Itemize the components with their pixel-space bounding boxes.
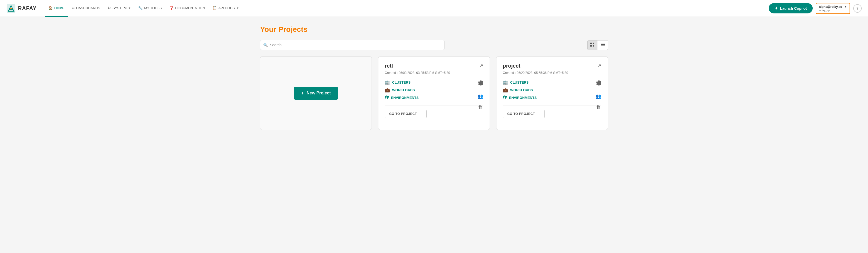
my-tools-icon: 🔧: [138, 6, 143, 10]
rctl-trend-icon[interactable]: ↗: [479, 63, 483, 69]
search-input[interactable]: [260, 40, 444, 50]
project-delete-icon[interactable]: 🗑: [596, 104, 601, 110]
svg-rect-8: [601, 43, 605, 43]
copilot-star-icon: ✦: [774, 6, 778, 11]
project-action-icons: 👥 🗑: [595, 94, 601, 110]
nav-item-system[interactable]: ⚙ SYSTEM ▼: [104, 0, 134, 17]
new-project-button[interactable]: + New Project: [294, 87, 338, 100]
project-environments-icon: 🗺: [503, 95, 507, 100]
rctl-go-to-project-button[interactable]: GO TO PROJECT →: [385, 110, 427, 118]
project-workloads-link[interactable]: 💼 WORKLOADS: [503, 87, 533, 93]
nav-item-documentation-label: DOCUMENTATION: [175, 6, 205, 10]
dashboards-icon: ▪▪: [72, 6, 74, 10]
rctl-action-icons: 👥 🗑: [477, 94, 483, 110]
svg-rect-6: [590, 45, 592, 46]
logo[interactable]: RAFAY: [6, 4, 37, 13]
rctl-clusters-row: 🏢 CLUSTERS: [385, 80, 483, 85]
nav-item-api-docs-label: API DOCS: [218, 6, 235, 10]
project-environments-row: 🗺 ENVIRONMENTS: [503, 95, 601, 100]
project-card-project: project ↗ Created : 06/20/2023, 05:55:36…: [496, 56, 608, 130]
search-bar-row: 🔍: [260, 40, 608, 50]
svg-rect-7: [593, 45, 594, 46]
documentation-icon: ❓: [169, 6, 174, 10]
launch-copilot-button[interactable]: ✦ Launch Copilot: [769, 3, 813, 13]
project-go-to-project-button[interactable]: GO TO PROJECT →: [503, 110, 545, 118]
rafay-logo-icon: [6, 4, 16, 13]
environments-icon: 🗺: [385, 95, 389, 100]
rctl-delete-icon[interactable]: 🗑: [478, 104, 483, 110]
rctl-environments-link[interactable]: 🗺 ENVIRONMENTS: [385, 95, 419, 100]
rctl-members-icon[interactable]: 👥: [477, 94, 483, 99]
logo-text: RAFAY: [18, 5, 37, 11]
grid-view-button[interactable]: [588, 40, 597, 50]
navbar-right: ✦ Launch Copilot alpha@rafay.co ▼ rafay_…: [769, 3, 862, 14]
user-dropdown-arrow: ▼: [844, 5, 847, 8]
list-view-icon: [601, 43, 605, 47]
project-card-header: project ↗: [503, 63, 601, 69]
system-chevron-icon: ▼: [128, 7, 131, 9]
nav-item-documentation[interactable]: ❓ DOCUMENTATION: [166, 0, 208, 17]
project-members-icon[interactable]: 👥: [595, 94, 601, 99]
user-dropdown[interactable]: alpha@rafay.co ▼ rafay_qa: [816, 3, 850, 14]
api-docs-icon: 📋: [212, 6, 217, 10]
project-workloads-icon: 💼: [503, 87, 508, 93]
rctl-created: Created : 06/09/2023, 03:25:53 PM GMT+5:…: [385, 71, 483, 75]
new-project-card: + New Project: [260, 56, 372, 130]
main-content: Your Projects 🔍: [250, 17, 618, 138]
nav-item-dashboards-label: DASHBOARDS: [76, 6, 100, 10]
rctl-workloads-row: 💼 WORKLOADS: [385, 87, 483, 93]
project-project-links: 🏢 CLUSTERS 💼 WORKLOADS 🗺 ENVIRONMENTS: [503, 80, 601, 100]
nav-item-home-label: HOME: [54, 6, 65, 10]
svg-rect-9: [601, 44, 605, 45]
project-settings-icon[interactable]: [596, 80, 601, 86]
rctl-card-header: rctl ↗: [385, 63, 483, 69]
projects-grid: + New Project rctl ↗ Created : 06/09/202…: [260, 56, 608, 130]
launch-copilot-label: Launch Copilot: [780, 6, 807, 10]
svg-rect-5: [593, 43, 594, 44]
project-card-rctl: rctl ↗ Created : 06/09/2023, 03:25:53 PM…: [378, 56, 490, 130]
plus-icon: +: [301, 91, 304, 96]
project-clusters-row: 🏢 CLUSTERS: [503, 80, 601, 85]
user-email: alpha@rafay.co ▼: [819, 5, 847, 9]
rctl-project-name: rctl: [385, 63, 393, 69]
svg-rect-4: [590, 43, 592, 44]
search-input-wrapper: 🔍: [260, 40, 444, 50]
nav-item-system-label: SYSTEM: [113, 6, 126, 10]
project-clusters-icon: 🏢: [503, 80, 508, 85]
user-org: rafay_qa: [819, 9, 830, 12]
workloads-icon: 💼: [385, 87, 390, 93]
navbar: RAFAY 🏠 HOME ▪▪ DASHBOARDS ⚙ SYSTEM ▼ 🔧 …: [0, 0, 868, 17]
svg-rect-10: [601, 45, 605, 46]
nav-items: 🏠 HOME ▪▪ DASHBOARDS ⚙ SYSTEM ▼ 🔧 MY TOO…: [45, 0, 767, 17]
search-icon: 🔍: [263, 43, 268, 47]
svg-point-3: [10, 8, 11, 9]
rctl-workloads-link[interactable]: 💼 WORKLOADS: [385, 87, 415, 93]
nav-item-my-tools-label: MY TOOLS: [144, 6, 161, 10]
view-toggle: [587, 40, 608, 50]
rctl-environments-row: 🗺 ENVIRONMENTS: [385, 95, 483, 100]
rctl-settings-icon[interactable]: [478, 80, 483, 86]
nav-item-my-tools[interactable]: 🔧 MY TOOLS: [135, 0, 165, 17]
nav-item-home[interactable]: 🏠 HOME: [45, 0, 68, 17]
rctl-project-links: 🏢 CLUSTERS 💼 WORKLOADS 🗺 ENVIRONMENTS: [385, 80, 483, 100]
project-created: Created : 06/20/2023, 05:55:36 PM GMT+5:…: [503, 71, 601, 75]
help-button[interactable]: ?: [853, 4, 862, 13]
list-view-button[interactable]: [598, 40, 608, 50]
nav-item-api-docs[interactable]: 📋 API DOCS ▼: [209, 0, 242, 17]
grid-view-icon: [590, 43, 594, 47]
rctl-clusters-link[interactable]: 🏢 CLUSTERS: [385, 80, 410, 85]
project-workloads-row: 💼 WORKLOADS: [503, 87, 601, 93]
page-title: Your Projects: [260, 25, 608, 34]
clusters-icon: 🏢: [385, 80, 390, 85]
system-icon: ⚙: [107, 6, 111, 10]
project-project-name: project: [503, 63, 521, 69]
help-icon: ?: [857, 6, 859, 10]
home-icon: 🏠: [48, 6, 53, 10]
project-trend-icon[interactable]: ↗: [597, 63, 601, 69]
api-docs-chevron-icon: ▼: [236, 7, 239, 9]
project-clusters-link[interactable]: 🏢 CLUSTERS: [503, 80, 529, 85]
project-environments-link[interactable]: 🗺 ENVIRONMENTS: [503, 95, 537, 100]
new-project-label: New Project: [306, 91, 331, 96]
nav-item-dashboards[interactable]: ▪▪ DASHBOARDS: [69, 0, 103, 17]
